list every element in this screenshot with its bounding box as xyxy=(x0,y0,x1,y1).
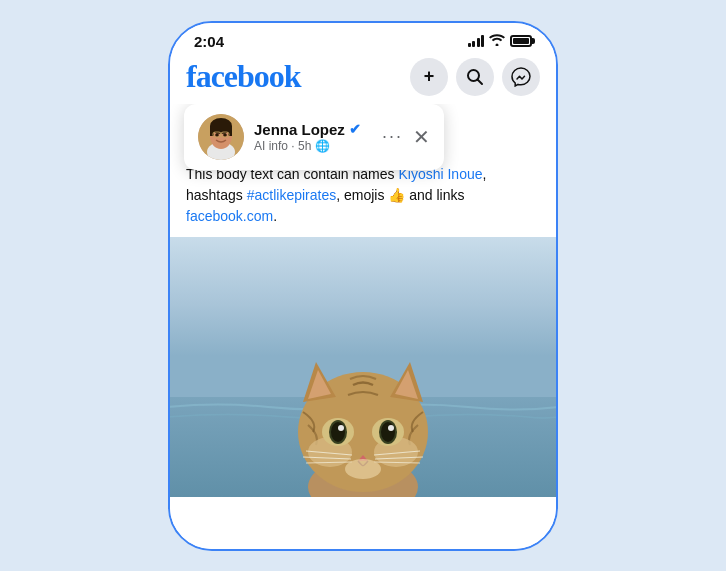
search-icon xyxy=(466,68,484,86)
post-image xyxy=(170,237,556,497)
post-username: Jenna Lopez ✔ xyxy=(254,121,372,138)
post-content-area: This body text can contain names Kiyoshi… xyxy=(170,104,556,549)
signal-icon xyxy=(468,35,485,47)
svg-point-26 xyxy=(345,459,381,479)
svg-point-17 xyxy=(381,422,395,442)
status-bar: 2:04 xyxy=(170,23,556,54)
battery-icon xyxy=(510,35,532,47)
header-actions: + xyxy=(410,58,540,96)
close-button[interactable]: ✕ xyxy=(413,125,430,149)
more-options-button[interactable]: ··· xyxy=(382,126,403,147)
body-text-4: . xyxy=(273,208,277,224)
status-icons xyxy=(468,34,533,49)
messenger-icon xyxy=(511,67,531,87)
post-user-info: Jenna Lopez ✔ AI info · 5h 🌐 xyxy=(254,121,372,153)
svg-point-14 xyxy=(338,425,344,431)
post-meta: AI info · 5h 🌐 xyxy=(254,139,372,153)
post-popup-header: Jenna Lopez ✔ AI info · 5h 🌐 ··· ✕ xyxy=(184,104,444,170)
phone-frame: 2:04 facebook + xyxy=(168,21,558,551)
search-button[interactable] xyxy=(456,58,494,96)
post-content: This body text can contain names Kiyoshi… xyxy=(170,104,556,549)
fb-logo: facebook xyxy=(186,58,301,95)
ai-info-label: AI info · 5h xyxy=(254,139,311,153)
post-image-svg xyxy=(170,237,556,497)
svg-point-34 xyxy=(223,133,227,137)
add-button[interactable]: + xyxy=(410,58,448,96)
hashtag[interactable]: #actlikepirates xyxy=(247,187,337,203)
avatar xyxy=(198,114,244,160)
messenger-button[interactable] xyxy=(502,58,540,96)
svg-point-18 xyxy=(388,425,394,431)
wifi-icon xyxy=(489,34,505,49)
svg-point-33 xyxy=(215,133,219,137)
link-url[interactable]: facebook.com xyxy=(186,208,273,224)
post-popup-actions: ··· ✕ xyxy=(382,125,430,149)
fb-header: facebook + xyxy=(170,54,556,104)
visibility-icon: 🌐 xyxy=(315,139,330,153)
body-text-3: , emojis 👍 and links xyxy=(336,187,464,203)
verified-badge: ✔ xyxy=(349,121,361,137)
svg-point-13 xyxy=(331,422,345,442)
status-time: 2:04 xyxy=(194,33,224,50)
